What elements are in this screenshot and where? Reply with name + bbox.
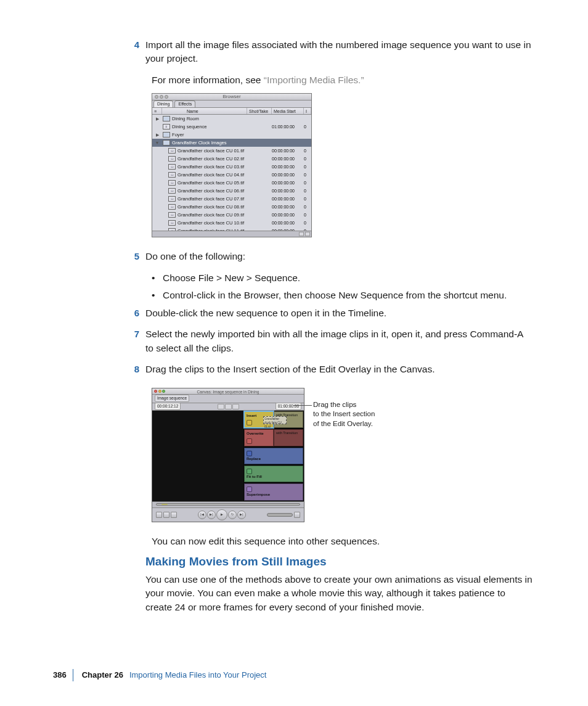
overlay-replace[interactable]: Replace — [244, 448, 303, 464]
overlay-overwrite[interactable]: Overwrite — [244, 429, 274, 446]
row-name: Grandfather clock face CU 10.tif — [178, 221, 244, 226]
browser-row[interactable]: ▭Grandfather clock face CU 01.tif00:00:0… — [152, 147, 311, 155]
browser-row[interactable]: ▭Grandfather clock face CU 09.tif00:00:0… — [152, 211, 311, 219]
row-name: Grandfather clock face CU 02.tif — [178, 157, 244, 162]
overlay-label: Fit to Fill — [247, 474, 301, 480]
row-name-cell: ▭Grandfather clock face CU 04.tif — [162, 172, 247, 178]
overlay-superimpose[interactable]: Superimpose — [244, 483, 303, 500]
after-shot-text: You can now edit this sequence into othe… — [152, 535, 533, 548]
overlay-fit-to-fill[interactable]: Fit to Fill — [244, 466, 303, 482]
timecode-right[interactable]: 01:00:00:00 — [276, 403, 301, 409]
chapter-number: Chapter 26 — [82, 670, 123, 681]
clip-icon: ▭ — [168, 212, 176, 218]
canvas-titlebar: Canvas: Image sequence in Dining — [152, 388, 304, 395]
jog-control[interactable] — [294, 512, 300, 518]
sequence-icon: ≡ — [163, 124, 170, 129]
name-column-header[interactable]: Name — [162, 108, 247, 114]
xref-link[interactable]: “Importing Media Files.” — [264, 75, 364, 85]
row-last: 0 — [304, 221, 311, 225]
browser-row[interactable]: ▭Grandfather clock face CU 06.tif00:00:0… — [152, 187, 311, 195]
step-8: 8 Drag the clips to the Insert section o… — [53, 363, 533, 380]
mark-in-button[interactable] — [156, 512, 162, 518]
play-inout-button[interactable]: ▶| — [207, 511, 216, 519]
folder-icon — [163, 140, 170, 146]
row-name: Foyer — [172, 133, 184, 138]
callout-text: Drag the clipsto the Insert sectionof th… — [313, 400, 375, 429]
step-text: Select the newly imported bin with all t… — [145, 327, 533, 355]
browser-row-selected[interactable]: ▼Grandfather Clock Images — [152, 139, 311, 147]
expand-toggle[interactable]: ▶ — [152, 117, 162, 121]
shuttle-control[interactable] — [267, 513, 293, 517]
canvas-tab[interactable]: Image sequence — [155, 395, 189, 401]
play-around-button[interactable]: ↻ — [228, 511, 237, 519]
row-last: 0 — [304, 125, 311, 129]
row-last: 0 — [304, 181, 311, 185]
last-column-header[interactable]: I — [304, 108, 311, 114]
overlay-label: with Transition — [276, 431, 301, 436]
play-button[interactable]: ▶ — [216, 509, 227, 520]
row-name: Grandfather clock face CU 06.tif — [178, 189, 244, 194]
browser-row[interactable]: ▭Grandfather clock face CU 07.tif00:00:0… — [152, 195, 311, 203]
scrubber-track[interactable] — [156, 503, 300, 506]
step-4-more: For more information, see “Importing Med… — [152, 73, 533, 87]
next-edit-button[interactable]: ▶| — [237, 511, 246, 519]
scroll-left-icon[interactable] — [299, 232, 304, 236]
mark-out-button[interactable] — [163, 512, 169, 518]
browser-row[interactable]: ▶Dining Room — [152, 115, 311, 123]
browser-row[interactable]: ▭Grandfather clock face CU 08.tif00:00:0… — [152, 203, 311, 211]
browser-row[interactable]: ▭Grandfather clock face CU 11.tif00:00:0… — [152, 227, 311, 231]
tab-effects[interactable]: Effects — [174, 101, 195, 107]
step-number: 5 — [53, 250, 145, 267]
view-button[interactable] — [225, 404, 232, 409]
browser-row[interactable]: ▶Foyer — [152, 131, 311, 139]
browser-row[interactable]: ▭Grandfather clock face CU 04.tif00:00:0… — [152, 171, 311, 179]
browser-column-headers: ≡ Name Shot/Take Media Start I — [152, 108, 311, 115]
browser-row[interactable]: ≡Dining sequence01:00:00:000 — [152, 123, 311, 131]
scroll-right-icon[interactable] — [305, 232, 310, 236]
browser-scrollbar[interactable] — [152, 231, 311, 237]
overlay-overwrite-transition[interactable]: with Transition — [274, 429, 303, 446]
row-name-cell: Foyer — [162, 132, 247, 138]
more-prefix: For more information, see — [152, 75, 264, 85]
mediastart-column-header[interactable]: Media Start — [272, 108, 304, 114]
browser-row[interactable]: ▭Grandfather clock face CU 02.tif00:00:0… — [152, 155, 311, 163]
step-number: 8 — [53, 363, 145, 380]
browser-titlebar: Browser — [152, 94, 311, 101]
overlay-button[interactable] — [232, 404, 239, 409]
row-name-cell: ▭Grandfather clock face CU 03.tif — [162, 164, 247, 170]
step-5: 5 Do one of the following: — [53, 250, 533, 267]
browser-row[interactable]: ▭Grandfather clock face CU 10.tif00:00:0… — [152, 219, 311, 227]
browser-content[interactable]: ▶Dining Room≡Dining sequence01:00:00:000… — [152, 115, 311, 231]
browser-row[interactable]: ▭Grandfather clock face CU 03.tif00:00:0… — [152, 163, 311, 171]
row-last: 0 — [304, 205, 311, 209]
overlay-label: Superimpose — [247, 492, 301, 498]
step-4: 4 Import all the image files associated … — [53, 38, 533, 70]
row-name: Dining Room — [172, 117, 199, 121]
row-last: 0 — [304, 213, 311, 217]
canvas-scrubber[interactable] — [152, 502, 304, 508]
step-number: 7 — [53, 327, 145, 359]
overlay-insert[interactable]: Insert Grandfather clock face CU 01.tif — [244, 411, 274, 428]
shottake-column-header[interactable]: Shot/Take — [247, 108, 272, 114]
row-last: 0 — [304, 165, 311, 169]
prev-edit-button[interactable]: |◀ — [198, 511, 206, 519]
expand-toggle[interactable]: ▼ — [152, 141, 162, 146]
mark-clip-button[interactable] — [171, 512, 177, 518]
folder-icon — [163, 132, 170, 138]
row-name-cell: ▭Grandfather clock face CU 09.tif — [162, 212, 247, 218]
canvas-toolbar: Image sequence — [152, 395, 304, 403]
reveal-column-header[interactable]: ≡ — [152, 108, 162, 114]
tab-dining[interactable]: Dining — [153, 101, 173, 107]
browser-row[interactable]: ▭Grandfather clock face CU 05.tif00:00:0… — [152, 179, 311, 187]
canvas-viewer[interactable]: Insert Grandfather clock face CU 01.tif … — [152, 411, 304, 502]
zoom-button[interactable] — [218, 404, 224, 409]
row-media-start: 00:00:00:00 — [272, 165, 304, 169]
expand-toggle[interactable]: ▶ — [152, 133, 162, 138]
bullet-text: Choose File > New > Sequence. — [163, 271, 300, 285]
row-media-start: 00:00:00:00 — [272, 213, 304, 217]
timecode-left[interactable]: 00:00:12:12 — [155, 403, 181, 409]
row-last: 0 — [304, 173, 311, 177]
replace-icon — [247, 451, 252, 456]
row-name: Grandfather clock face CU 01.tif — [178, 149, 244, 154]
browser-screenshot: Browser Dining Effects ≡ Name Shot/Take … — [152, 93, 312, 237]
